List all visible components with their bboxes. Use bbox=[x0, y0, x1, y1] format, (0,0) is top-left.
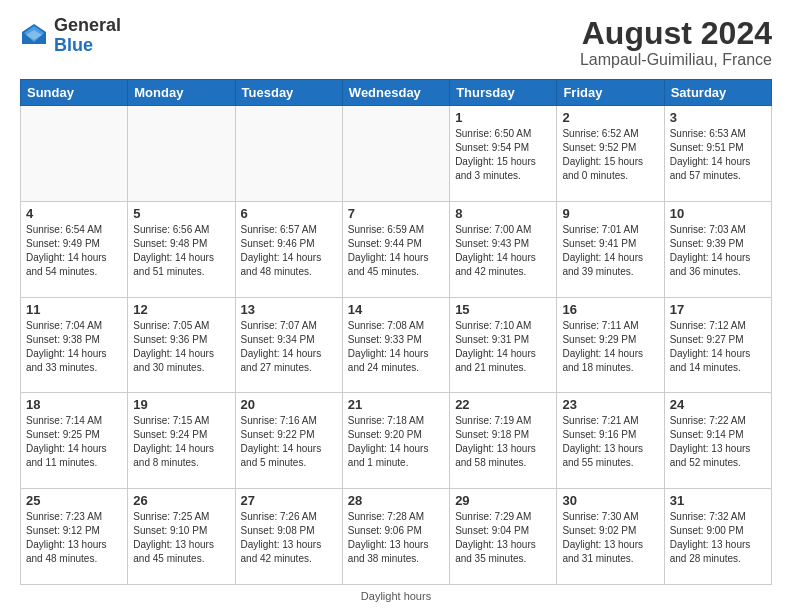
day-info: Sunrise: 7:25 AM Sunset: 9:10 PM Dayligh… bbox=[133, 510, 229, 566]
cell-w1-d6: 2Sunrise: 6:52 AM Sunset: 9:52 PM Daylig… bbox=[557, 106, 664, 202]
col-thursday: Thursday bbox=[450, 80, 557, 106]
cell-w2-d1: 4Sunrise: 6:54 AM Sunset: 9:49 PM Daylig… bbox=[21, 201, 128, 297]
day-info: Sunrise: 7:07 AM Sunset: 9:34 PM Dayligh… bbox=[241, 319, 337, 375]
day-info: Sunrise: 7:23 AM Sunset: 9:12 PM Dayligh… bbox=[26, 510, 122, 566]
day-number: 10 bbox=[670, 206, 766, 221]
day-info: Sunrise: 6:53 AM Sunset: 9:51 PM Dayligh… bbox=[670, 127, 766, 183]
day-info: Sunrise: 7:03 AM Sunset: 9:39 PM Dayligh… bbox=[670, 223, 766, 279]
cell-w1-d1 bbox=[21, 106, 128, 202]
cell-w2-d3: 6Sunrise: 6:57 AM Sunset: 9:46 PM Daylig… bbox=[235, 201, 342, 297]
cell-w1-d4 bbox=[342, 106, 449, 202]
week-row-1: 1Sunrise: 6:50 AM Sunset: 9:54 PM Daylig… bbox=[21, 106, 772, 202]
col-friday: Friday bbox=[557, 80, 664, 106]
day-number: 4 bbox=[26, 206, 122, 221]
col-monday: Monday bbox=[128, 80, 235, 106]
calendar-title: August 2024 bbox=[580, 16, 772, 51]
day-info: Sunrise: 6:57 AM Sunset: 9:46 PM Dayligh… bbox=[241, 223, 337, 279]
day-number: 13 bbox=[241, 302, 337, 317]
day-info: Sunrise: 6:50 AM Sunset: 9:54 PM Dayligh… bbox=[455, 127, 551, 183]
day-number: 8 bbox=[455, 206, 551, 221]
day-number: 12 bbox=[133, 302, 229, 317]
day-number: 16 bbox=[562, 302, 658, 317]
logo: General Blue bbox=[20, 16, 121, 56]
day-info: Sunrise: 7:15 AM Sunset: 9:24 PM Dayligh… bbox=[133, 414, 229, 470]
header: General Blue August 2024 Lampaul-Guimili… bbox=[20, 16, 772, 69]
page: General Blue August 2024 Lampaul-Guimili… bbox=[0, 0, 792, 612]
day-number: 23 bbox=[562, 397, 658, 412]
col-tuesday: Tuesday bbox=[235, 80, 342, 106]
day-number: 22 bbox=[455, 397, 551, 412]
day-number: 31 bbox=[670, 493, 766, 508]
col-saturday: Saturday bbox=[664, 80, 771, 106]
day-number: 7 bbox=[348, 206, 444, 221]
day-info: Sunrise: 7:00 AM Sunset: 9:43 PM Dayligh… bbox=[455, 223, 551, 279]
cell-w5-d1: 25Sunrise: 7:23 AM Sunset: 9:12 PM Dayli… bbox=[21, 489, 128, 585]
col-sunday: Sunday bbox=[21, 80, 128, 106]
cell-w3-d4: 14Sunrise: 7:08 AM Sunset: 9:33 PM Dayli… bbox=[342, 297, 449, 393]
cell-w3-d2: 12Sunrise: 7:05 AM Sunset: 9:36 PM Dayli… bbox=[128, 297, 235, 393]
week-row-5: 25Sunrise: 7:23 AM Sunset: 9:12 PM Dayli… bbox=[21, 489, 772, 585]
day-number: 14 bbox=[348, 302, 444, 317]
cell-w3-d6: 16Sunrise: 7:11 AM Sunset: 9:29 PM Dayli… bbox=[557, 297, 664, 393]
day-info: Sunrise: 7:30 AM Sunset: 9:02 PM Dayligh… bbox=[562, 510, 658, 566]
day-number: 6 bbox=[241, 206, 337, 221]
logo-text: General Blue bbox=[54, 16, 121, 56]
cell-w5-d6: 30Sunrise: 7:30 AM Sunset: 9:02 PM Dayli… bbox=[557, 489, 664, 585]
cell-w1-d5: 1Sunrise: 6:50 AM Sunset: 9:54 PM Daylig… bbox=[450, 106, 557, 202]
day-number: 1 bbox=[455, 110, 551, 125]
day-number: 19 bbox=[133, 397, 229, 412]
calendar-body: 1Sunrise: 6:50 AM Sunset: 9:54 PM Daylig… bbox=[21, 106, 772, 585]
day-info: Sunrise: 7:08 AM Sunset: 9:33 PM Dayligh… bbox=[348, 319, 444, 375]
day-info: Sunrise: 7:14 AM Sunset: 9:25 PM Dayligh… bbox=[26, 414, 122, 470]
cell-w5-d3: 27Sunrise: 7:26 AM Sunset: 9:08 PM Dayli… bbox=[235, 489, 342, 585]
day-info: Sunrise: 7:05 AM Sunset: 9:36 PM Dayligh… bbox=[133, 319, 229, 375]
day-number: 3 bbox=[670, 110, 766, 125]
day-info: Sunrise: 7:21 AM Sunset: 9:16 PM Dayligh… bbox=[562, 414, 658, 470]
day-number: 9 bbox=[562, 206, 658, 221]
title-block: August 2024 Lampaul-Guimiliau, France bbox=[580, 16, 772, 69]
cell-w5-d2: 26Sunrise: 7:25 AM Sunset: 9:10 PM Dayli… bbox=[128, 489, 235, 585]
day-info: Sunrise: 6:59 AM Sunset: 9:44 PM Dayligh… bbox=[348, 223, 444, 279]
cell-w4-d2: 19Sunrise: 7:15 AM Sunset: 9:24 PM Dayli… bbox=[128, 393, 235, 489]
day-number: 29 bbox=[455, 493, 551, 508]
day-number: 25 bbox=[26, 493, 122, 508]
day-info: Sunrise: 7:01 AM Sunset: 9:41 PM Dayligh… bbox=[562, 223, 658, 279]
cell-w3-d5: 15Sunrise: 7:10 AM Sunset: 9:31 PM Dayli… bbox=[450, 297, 557, 393]
cell-w4-d6: 23Sunrise: 7:21 AM Sunset: 9:16 PM Dayli… bbox=[557, 393, 664, 489]
cell-w2-d6: 9Sunrise: 7:01 AM Sunset: 9:41 PM Daylig… bbox=[557, 201, 664, 297]
day-number: 2 bbox=[562, 110, 658, 125]
day-number: 21 bbox=[348, 397, 444, 412]
header-row: Sunday Monday Tuesday Wednesday Thursday… bbox=[21, 80, 772, 106]
day-info: Sunrise: 7:04 AM Sunset: 9:38 PM Dayligh… bbox=[26, 319, 122, 375]
day-info: Sunrise: 7:12 AM Sunset: 9:27 PM Dayligh… bbox=[670, 319, 766, 375]
day-number: 11 bbox=[26, 302, 122, 317]
day-number: 18 bbox=[26, 397, 122, 412]
day-number: 17 bbox=[670, 302, 766, 317]
day-number: 5 bbox=[133, 206, 229, 221]
cell-w1-d2 bbox=[128, 106, 235, 202]
cell-w4-d7: 24Sunrise: 7:22 AM Sunset: 9:14 PM Dayli… bbox=[664, 393, 771, 489]
day-info: Sunrise: 7:22 AM Sunset: 9:14 PM Dayligh… bbox=[670, 414, 766, 470]
day-number: 28 bbox=[348, 493, 444, 508]
cell-w3-d1: 11Sunrise: 7:04 AM Sunset: 9:38 PM Dayli… bbox=[21, 297, 128, 393]
logo-icon bbox=[20, 22, 48, 50]
day-info: Sunrise: 7:16 AM Sunset: 9:22 PM Dayligh… bbox=[241, 414, 337, 470]
day-number: 27 bbox=[241, 493, 337, 508]
day-info: Sunrise: 7:18 AM Sunset: 9:20 PM Dayligh… bbox=[348, 414, 444, 470]
cell-w2-d2: 5Sunrise: 6:56 AM Sunset: 9:48 PM Daylig… bbox=[128, 201, 235, 297]
week-row-4: 18Sunrise: 7:14 AM Sunset: 9:25 PM Dayli… bbox=[21, 393, 772, 489]
cell-w4-d3: 20Sunrise: 7:16 AM Sunset: 9:22 PM Dayli… bbox=[235, 393, 342, 489]
day-number: 24 bbox=[670, 397, 766, 412]
day-info: Sunrise: 7:19 AM Sunset: 9:18 PM Dayligh… bbox=[455, 414, 551, 470]
cell-w1-d7: 3Sunrise: 6:53 AM Sunset: 9:51 PM Daylig… bbox=[664, 106, 771, 202]
day-info: Sunrise: 7:11 AM Sunset: 9:29 PM Dayligh… bbox=[562, 319, 658, 375]
day-info: Sunrise: 7:26 AM Sunset: 9:08 PM Dayligh… bbox=[241, 510, 337, 566]
cell-w2-d5: 8Sunrise: 7:00 AM Sunset: 9:43 PM Daylig… bbox=[450, 201, 557, 297]
day-number: 30 bbox=[562, 493, 658, 508]
col-wednesday: Wednesday bbox=[342, 80, 449, 106]
day-info: Sunrise: 7:29 AM Sunset: 9:04 PM Dayligh… bbox=[455, 510, 551, 566]
day-number: 20 bbox=[241, 397, 337, 412]
week-row-2: 4Sunrise: 6:54 AM Sunset: 9:49 PM Daylig… bbox=[21, 201, 772, 297]
cell-w4-d4: 21Sunrise: 7:18 AM Sunset: 9:20 PM Dayli… bbox=[342, 393, 449, 489]
footer: Daylight hours bbox=[20, 585, 772, 602]
